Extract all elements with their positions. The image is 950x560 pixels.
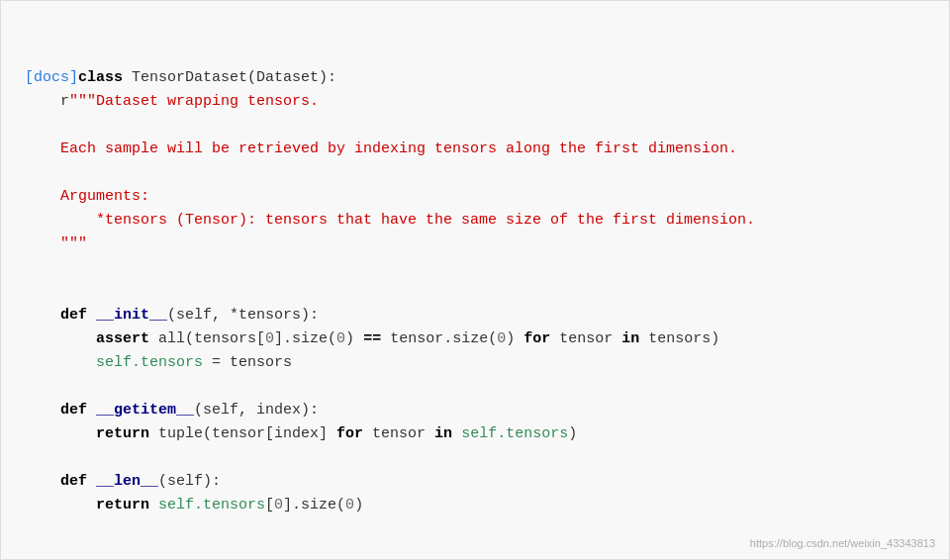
line-13: def __len__(self): [25,473,221,490]
line-1: [docs]class TensorDataset(Dataset): [25,69,336,86]
line-6: """ [25,235,87,252]
line-14: return self.tensors[0].size(0) [25,497,363,513]
line-8: def __init__(self, *tensors): [25,307,319,324]
code-block: [docs]class TensorDataset(Dataset): r"""… [25,19,925,560]
code-container: [docs]class TensorDataset(Dataset): r"""… [0,0,950,560]
line-10: self.tensors = tensors [25,354,292,371]
line-11: def __getitem__(self, index): [25,402,319,419]
watermark: https://blog.csdn.net/weixin_43343813 [750,537,935,549]
line-3: Each sample will be retrieved by indexin… [25,140,737,157]
line-5: *tensors (Tensor): tensors that have the… [25,212,755,229]
line-4: Arguments: [25,188,149,205]
line-2: r"""Dataset wrapping tensors. [25,93,319,110]
line-12: return tuple(tensor[index] for tensor in… [25,425,577,442]
line-9: assert all(tensors[0].size(0) == tensor.… [25,330,719,347]
